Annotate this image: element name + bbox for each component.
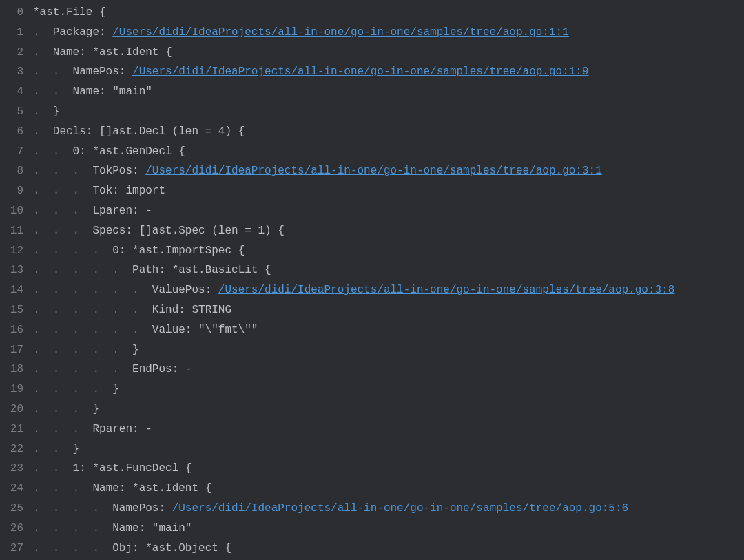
code-line: . . . . }: [33, 380, 738, 400]
line-number-gutter: 0123456789101112131415161718192021222324…: [3, 3, 33, 558]
code-text: Tok: import: [92, 181, 165, 201]
indent-dots: . .: [33, 62, 73, 82]
indent-dots: . . . . . .: [33, 300, 152, 320]
line-number: 10: [3, 201, 23, 221]
indent-dots: . . . . .: [33, 260, 132, 280]
code-text: }: [73, 439, 80, 459]
code-text: }: [53, 102, 60, 122]
line-number: 0: [3, 3, 23, 23]
code-text: Obj: *ast.Object {: [112, 539, 231, 559]
indent-dots: . . . .: [33, 499, 112, 519]
code-line: . Package: /Users/didi/IdeaProjects/all-…: [33, 23, 738, 43]
line-number: 26: [3, 519, 23, 539]
line-number: 9: [3, 181, 23, 201]
code-line: . . . Tok: import: [33, 181, 738, 201]
line-number: 1: [3, 23, 23, 43]
code-line: . . . . 0: *ast.ImportSpec {: [33, 241, 738, 261]
code-text: Name: "main": [112, 519, 192, 539]
code-text: *ast.File {: [33, 3, 106, 23]
code-text: TokPos:: [92, 161, 145, 181]
indent-dots: . . .: [33, 181, 92, 201]
line-number: 15: [3, 300, 23, 320]
code-text: 0: *ast.GenDecl {: [73, 142, 185, 162]
line-number: 21: [3, 419, 23, 439]
indent-dots: . .: [33, 439, 73, 459]
file-path-link[interactable]: /Users/didi/IdeaProjects/all-in-one/go-i…: [218, 280, 675, 300]
line-number: 17: [3, 340, 23, 360]
line-number: 8: [3, 161, 23, 181]
code-line: . . 1: *ast.FuncDecl {: [33, 459, 738, 479]
indent-dots: . . .: [33, 419, 92, 439]
line-number: 11: [3, 221, 23, 241]
code-text: Path: *ast.BasicLit {: [132, 260, 271, 280]
indent-dots: . . . .: [33, 241, 112, 261]
line-number: 23: [3, 459, 23, 479]
code-line: . . . . Obj: *ast.Object {: [33, 539, 738, 559]
indent-dots: . . . .: [33, 519, 112, 539]
code-line: . . }: [33, 439, 738, 459]
indent-dots: . .: [33, 459, 73, 479]
code-line: . . Name: "main": [33, 82, 738, 102]
code-text: Lparen: -: [92, 201, 152, 221]
file-path-link[interactable]: /Users/didi/IdeaProjects/all-in-one/go-i…: [172, 499, 629, 519]
code-line: . . . Name: *ast.Ident {: [33, 479, 738, 499]
indent-dots: .: [33, 23, 53, 43]
code-editor: 0123456789101112131415161718192021222324…: [0, 0, 744, 560]
line-number: 12: [3, 241, 23, 261]
code-text: Kind: STRING: [152, 300, 231, 320]
code-text: }: [92, 400, 99, 419]
line-number: 24: [3, 479, 23, 499]
code-line: . . . TokPos: /Users/didi/IdeaProjects/a…: [33, 161, 738, 181]
code-text: Decls: []ast.Decl (len = 4) {: [53, 122, 245, 142]
indent-dots: . . . .: [33, 539, 112, 559]
line-number: 5: [3, 102, 23, 122]
code-line: . . . Specs: []ast.Spec (len = 1) {: [33, 221, 738, 241]
file-path-link[interactable]: /Users/didi/IdeaProjects/all-in-one/go-i…: [132, 62, 589, 82]
code-area[interactable]: *ast.File {. Package: /Users/didi/IdeaPr…: [33, 3, 738, 558]
line-number: 20: [3, 400, 23, 419]
indent-dots: . . . . . .: [33, 280, 152, 300]
indent-dots: .: [33, 43, 53, 63]
code-line: . . . . . }: [33, 340, 738, 360]
code-line: . . NamePos: /Users/didi/IdeaProjects/al…: [33, 62, 738, 82]
code-line: . . 0: *ast.GenDecl {: [33, 142, 738, 162]
indent-dots: . . . . .: [33, 340, 132, 360]
code-line: . . . . . . Value: "\"fmt\"": [33, 320, 738, 340]
code-text: NamePos:: [73, 62, 132, 82]
indent-dots: . . .: [33, 161, 92, 181]
line-number: 7: [3, 142, 23, 162]
code-line: . . . . Name: "main": [33, 519, 738, 539]
code-line: . . . . . . Kind: STRING: [33, 300, 738, 320]
indent-dots: . .: [33, 82, 73, 102]
code-line: . . . . NamePos: /Users/didi/IdeaProject…: [33, 499, 738, 519]
code-line: . Decls: []ast.Decl (len = 4) {: [33, 122, 738, 142]
code-text: Rparen: -: [92, 419, 152, 439]
file-path-link[interactable]: /Users/didi/IdeaProjects/all-in-one/go-i…: [112, 23, 569, 43]
line-number: 13: [3, 260, 23, 280]
code-line: . . . . . Path: *ast.BasicLit {: [33, 260, 738, 280]
code-line: . . . . . EndPos: -: [33, 360, 738, 380]
code-line: . . . Rparen: -: [33, 419, 738, 439]
indent-dots: . . .: [33, 479, 92, 499]
line-number: 27: [3, 539, 23, 559]
code-text: ValuePos:: [152, 280, 218, 300]
line-number: 4: [3, 82, 23, 102]
line-number: 14: [3, 280, 23, 300]
indent-dots: . . .: [33, 221, 92, 241]
code-line: *ast.File {: [33, 3, 738, 23]
file-path-link[interactable]: /Users/didi/IdeaProjects/all-in-one/go-i…: [145, 161, 602, 181]
indent-dots: . . . . .: [33, 360, 132, 380]
indent-dots: . . . . . .: [33, 320, 152, 340]
line-number: 3: [3, 62, 23, 82]
code-text: 0: *ast.ImportSpec {: [112, 241, 245, 261]
code-text: EndPos: -: [132, 360, 192, 380]
line-number: 18: [3, 360, 23, 380]
code-text: Package:: [53, 23, 112, 43]
line-number: 22: [3, 439, 23, 459]
code-text: Value: "\"fmt\"": [152, 320, 258, 340]
code-line: . . . Lparen: -: [33, 201, 738, 221]
line-number: 6: [3, 122, 23, 142]
indent-dots: .: [33, 102, 53, 122]
code-text: }: [132, 340, 139, 360]
code-text: }: [112, 380, 119, 400]
